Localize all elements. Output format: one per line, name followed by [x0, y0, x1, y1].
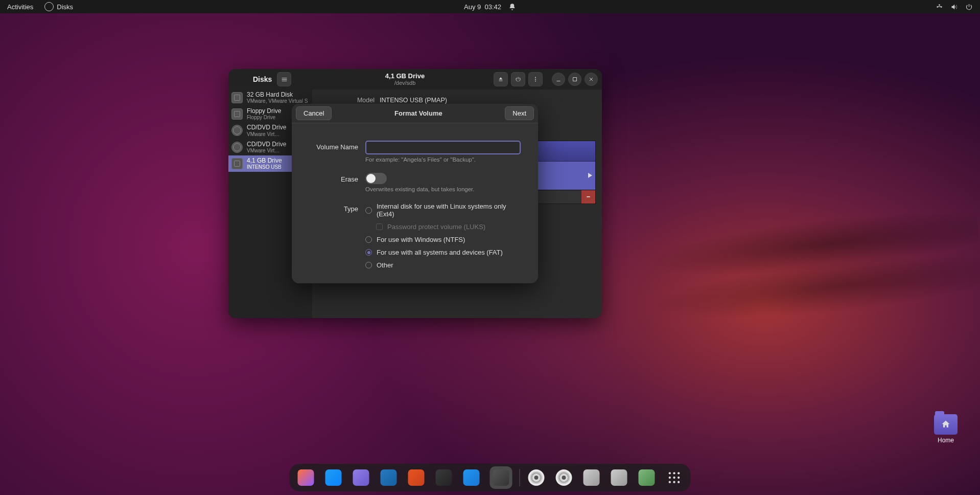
usb-icon: [231, 158, 243, 169]
dock-apps[interactable]: [665, 468, 684, 487]
svg-point-8: [678, 477, 680, 479]
dock-disks[interactable]: [490, 466, 512, 489]
floppy-icon: [231, 108, 243, 120]
erase-hint: Overwrites existing data, but takes long…: [365, 186, 521, 192]
drive-menu-button[interactable]: [528, 72, 543, 86]
mount-icon[interactable]: [588, 173, 592, 178]
activities-button[interactable]: Activities: [7, 3, 33, 11]
cancel-button[interactable]: Cancel: [296, 106, 332, 120]
dock-text[interactable]: [610, 468, 628, 487]
volume-name-input[interactable]: [365, 141, 521, 154]
dock-rhythmbox[interactable]: [435, 468, 453, 487]
erase-label: Erase: [309, 173, 358, 183]
disc-icon: [231, 142, 243, 153]
svg-point-11: [678, 481, 680, 483]
clock-date[interactable]: Auy 9 03:42: [464, 3, 501, 11]
model-value: INTENSO USB (PMAP): [380, 97, 447, 104]
sidebar-title: Disks: [253, 75, 272, 83]
window-subtitle: /dev/sdb: [394, 80, 416, 86]
window-title: 4,1 GB Drive: [385, 73, 425, 80]
hdd-icon: [231, 92, 243, 103]
volume-icon[interactable]: [950, 3, 958, 11]
svg-point-4: [673, 472, 675, 474]
title-bar: Disks 4,1 GB Drive /dev/sdb: [228, 69, 602, 89]
eject-button[interactable]: [494, 72, 508, 86]
next-button[interactable]: Next: [505, 106, 534, 120]
power-off-button[interactable]: [511, 72, 525, 86]
svg-point-3: [669, 472, 671, 474]
volume-name-label: Volume Name: [309, 141, 358, 151]
svg-point-2: [535, 81, 536, 82]
network-icon[interactable]: [936, 3, 943, 11]
type-radio-other[interactable]: Other: [365, 261, 521, 269]
dock-disc2[interactable]: [555, 468, 573, 487]
power-icon[interactable]: [965, 3, 973, 11]
dock-disc1[interactable]: [527, 468, 546, 487]
volume-name-hint: For example: "Angela's Files" or "Backup…: [365, 156, 521, 163]
app-indicator[interactable]: Disks: [44, 2, 73, 11]
dock-writer[interactable]: [380, 468, 398, 487]
dock-trash[interactable]: [638, 468, 656, 487]
folder-icon: [934, 414, 958, 435]
dialog-title: Format Volume: [332, 109, 505, 117]
model-label: Model: [323, 97, 375, 104]
type-radio-ntfs[interactable]: For use with Windows (NTFS): [365, 236, 521, 243]
svg-point-0: [535, 77, 536, 78]
dock-files[interactable]: [352, 468, 370, 487]
type-check-luks: Password protect volume (LUKS): [376, 223, 521, 231]
dock-help[interactable]: [462, 468, 481, 487]
svg-point-9: [669, 481, 671, 483]
dock-software[interactable]: [407, 468, 426, 487]
svg-point-7: [673, 477, 675, 479]
dock-thunderbird[interactable]: [324, 468, 343, 487]
type-label: Type: [309, 202, 358, 213]
dock: [290, 464, 691, 491]
delete-partition-button[interactable]: −: [581, 190, 595, 204]
notification-icon[interactable]: [508, 3, 516, 11]
svg-point-6: [669, 477, 671, 479]
svg-point-5: [678, 472, 680, 474]
hamburger-button[interactable]: [277, 72, 291, 86]
dock-usb[interactable]: [582, 468, 601, 487]
type-radio-fat[interactable]: For use with all systems and devices (FA…: [365, 249, 521, 256]
dock-firefox[interactable]: [297, 468, 315, 487]
desktop-home-icon[interactable]: Home: [934, 414, 958, 444]
format-volume-dialog: Cancel Format Volume Next Volume Name Fo…: [292, 104, 538, 283]
svg-point-10: [673, 481, 675, 483]
disc-icon: [231, 125, 243, 136]
dock-separator: [520, 469, 520, 486]
maximize-button[interactable]: [568, 73, 581, 86]
minimize-button[interactable]: [552, 73, 565, 86]
type-radio-ext4[interactable]: Internal disk for use with Linux systems…: [365, 202, 521, 218]
close-button[interactable]: [585, 73, 598, 86]
top-bar: Activities Disks Auy 9 03:42: [0, 0, 980, 13]
erase-toggle[interactable]: [365, 173, 387, 184]
svg-point-1: [535, 79, 536, 80]
desktop-home-label: Home: [938, 437, 954, 444]
